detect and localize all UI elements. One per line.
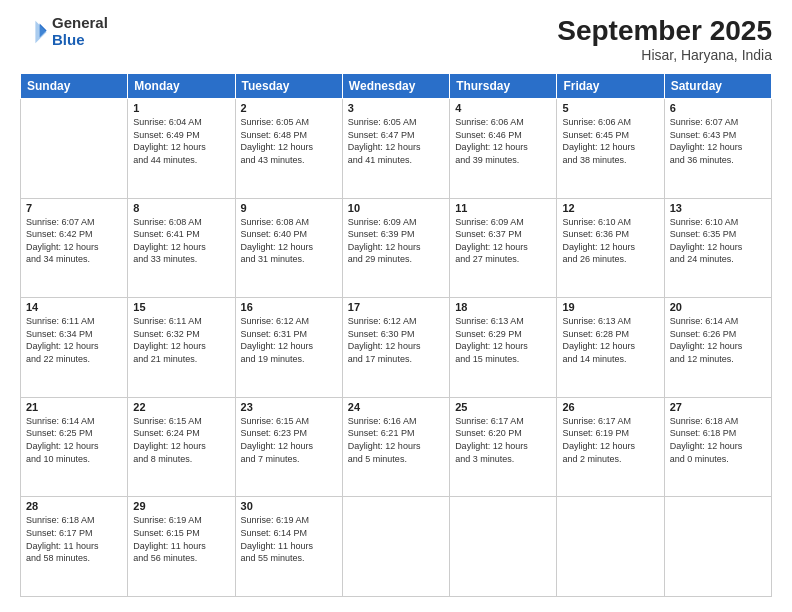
day-info: Sunrise: 6:13 AMSunset: 6:29 PMDaylight:… [455, 315, 551, 365]
calendar-cell [664, 497, 771, 597]
day-number: 3 [348, 102, 444, 114]
calendar-cell: 13Sunrise: 6:10 AMSunset: 6:35 PMDayligh… [664, 198, 771, 298]
logo-general: General [52, 15, 108, 32]
calendar-cell: 17Sunrise: 6:12 AMSunset: 6:30 PMDayligh… [342, 298, 449, 398]
day-header-saturday: Saturday [664, 74, 771, 99]
calendar-title: September 2025 [557, 15, 772, 47]
day-info: Sunrise: 6:18 AMSunset: 6:17 PMDaylight:… [26, 514, 122, 564]
calendar-cell: 18Sunrise: 6:13 AMSunset: 6:29 PMDayligh… [450, 298, 557, 398]
calendar-cell: 24Sunrise: 6:16 AMSunset: 6:21 PMDayligh… [342, 397, 449, 497]
day-header-wednesday: Wednesday [342, 74, 449, 99]
day-number: 26 [562, 401, 658, 413]
day-info: Sunrise: 6:05 AMSunset: 6:48 PMDaylight:… [241, 116, 337, 166]
day-number: 2 [241, 102, 337, 114]
day-number: 23 [241, 401, 337, 413]
day-number: 7 [26, 202, 122, 214]
day-number: 25 [455, 401, 551, 413]
day-info: Sunrise: 6:08 AMSunset: 6:41 PMDaylight:… [133, 216, 229, 266]
day-info: Sunrise: 6:10 AMSunset: 6:36 PMDaylight:… [562, 216, 658, 266]
calendar-page: General Blue September 2025 Hisar, Harya… [0, 0, 792, 612]
day-info: Sunrise: 6:15 AMSunset: 6:24 PMDaylight:… [133, 415, 229, 465]
calendar-cell: 12Sunrise: 6:10 AMSunset: 6:36 PMDayligh… [557, 198, 664, 298]
day-number: 18 [455, 301, 551, 313]
calendar-cell: 30Sunrise: 6:19 AMSunset: 6:14 PMDayligh… [235, 497, 342, 597]
day-number: 9 [241, 202, 337, 214]
logo-blue: Blue [52, 32, 108, 49]
day-header-friday: Friday [557, 74, 664, 99]
calendar-cell [21, 99, 128, 199]
logo-text: General Blue [52, 15, 108, 48]
calendar-cell: 5Sunrise: 6:06 AMSunset: 6:45 PMDaylight… [557, 99, 664, 199]
day-header-tuesday: Tuesday [235, 74, 342, 99]
calendar-cell: 10Sunrise: 6:09 AMSunset: 6:39 PMDayligh… [342, 198, 449, 298]
day-info: Sunrise: 6:06 AMSunset: 6:46 PMDaylight:… [455, 116, 551, 166]
week-row-5: 28Sunrise: 6:18 AMSunset: 6:17 PMDayligh… [21, 497, 772, 597]
day-info: Sunrise: 6:12 AMSunset: 6:30 PMDaylight:… [348, 315, 444, 365]
day-info: Sunrise: 6:12 AMSunset: 6:31 PMDaylight:… [241, 315, 337, 365]
calendar-cell: 20Sunrise: 6:14 AMSunset: 6:26 PMDayligh… [664, 298, 771, 398]
day-number: 15 [133, 301, 229, 313]
calendar-cell [342, 497, 449, 597]
calendar-header-row: SundayMondayTuesdayWednesdayThursdayFrid… [21, 74, 772, 99]
svg-marker-1 [35, 20, 46, 42]
calendar-cell [450, 497, 557, 597]
calendar-cell: 28Sunrise: 6:18 AMSunset: 6:17 PMDayligh… [21, 497, 128, 597]
day-number: 27 [670, 401, 766, 413]
day-info: Sunrise: 6:14 AMSunset: 6:25 PMDaylight:… [26, 415, 122, 465]
logo-icon [20, 18, 48, 46]
day-number: 17 [348, 301, 444, 313]
day-info: Sunrise: 6:18 AMSunset: 6:18 PMDaylight:… [670, 415, 766, 465]
day-info: Sunrise: 6:05 AMSunset: 6:47 PMDaylight:… [348, 116, 444, 166]
day-number: 5 [562, 102, 658, 114]
calendar-cell [557, 497, 664, 597]
day-info: Sunrise: 6:07 AMSunset: 6:43 PMDaylight:… [670, 116, 766, 166]
day-number: 12 [562, 202, 658, 214]
calendar-cell: 23Sunrise: 6:15 AMSunset: 6:23 PMDayligh… [235, 397, 342, 497]
calendar-cell: 11Sunrise: 6:09 AMSunset: 6:37 PMDayligh… [450, 198, 557, 298]
day-info: Sunrise: 6:17 AMSunset: 6:20 PMDaylight:… [455, 415, 551, 465]
day-info: Sunrise: 6:10 AMSunset: 6:35 PMDaylight:… [670, 216, 766, 266]
day-info: Sunrise: 6:11 AMSunset: 6:32 PMDaylight:… [133, 315, 229, 365]
day-number: 10 [348, 202, 444, 214]
calendar-cell: 8Sunrise: 6:08 AMSunset: 6:41 PMDaylight… [128, 198, 235, 298]
day-info: Sunrise: 6:15 AMSunset: 6:23 PMDaylight:… [241, 415, 337, 465]
day-number: 13 [670, 202, 766, 214]
day-number: 4 [455, 102, 551, 114]
day-number: 19 [562, 301, 658, 313]
header: General Blue September 2025 Hisar, Harya… [20, 15, 772, 63]
day-number: 11 [455, 202, 551, 214]
calendar-cell: 27Sunrise: 6:18 AMSunset: 6:18 PMDayligh… [664, 397, 771, 497]
calendar-cell: 7Sunrise: 6:07 AMSunset: 6:42 PMDaylight… [21, 198, 128, 298]
day-number: 14 [26, 301, 122, 313]
day-number: 22 [133, 401, 229, 413]
calendar-cell: 15Sunrise: 6:11 AMSunset: 6:32 PMDayligh… [128, 298, 235, 398]
day-number: 16 [241, 301, 337, 313]
day-number: 29 [133, 500, 229, 512]
calendar-cell: 1Sunrise: 6:04 AMSunset: 6:49 PMDaylight… [128, 99, 235, 199]
calendar-cell: 25Sunrise: 6:17 AMSunset: 6:20 PMDayligh… [450, 397, 557, 497]
day-info: Sunrise: 6:19 AMSunset: 6:14 PMDaylight:… [241, 514, 337, 564]
week-row-1: 1Sunrise: 6:04 AMSunset: 6:49 PMDaylight… [21, 99, 772, 199]
title-block: September 2025 Hisar, Haryana, India [557, 15, 772, 63]
day-number: 20 [670, 301, 766, 313]
calendar-subtitle: Hisar, Haryana, India [557, 47, 772, 63]
logo: General Blue [20, 15, 108, 48]
day-info: Sunrise: 6:09 AMSunset: 6:39 PMDaylight:… [348, 216, 444, 266]
calendar-table: SundayMondayTuesdayWednesdayThursdayFrid… [20, 73, 772, 597]
day-info: Sunrise: 6:17 AMSunset: 6:19 PMDaylight:… [562, 415, 658, 465]
calendar-cell: 19Sunrise: 6:13 AMSunset: 6:28 PMDayligh… [557, 298, 664, 398]
day-number: 28 [26, 500, 122, 512]
week-row-4: 21Sunrise: 6:14 AMSunset: 6:25 PMDayligh… [21, 397, 772, 497]
calendar-cell: 3Sunrise: 6:05 AMSunset: 6:47 PMDaylight… [342, 99, 449, 199]
day-info: Sunrise: 6:09 AMSunset: 6:37 PMDaylight:… [455, 216, 551, 266]
week-row-3: 14Sunrise: 6:11 AMSunset: 6:34 PMDayligh… [21, 298, 772, 398]
day-number: 24 [348, 401, 444, 413]
calendar-cell: 6Sunrise: 6:07 AMSunset: 6:43 PMDaylight… [664, 99, 771, 199]
calendar-cell: 4Sunrise: 6:06 AMSunset: 6:46 PMDaylight… [450, 99, 557, 199]
day-number: 8 [133, 202, 229, 214]
calendar-cell: 9Sunrise: 6:08 AMSunset: 6:40 PMDaylight… [235, 198, 342, 298]
day-info: Sunrise: 6:07 AMSunset: 6:42 PMDaylight:… [26, 216, 122, 266]
day-info: Sunrise: 6:16 AMSunset: 6:21 PMDaylight:… [348, 415, 444, 465]
day-number: 1 [133, 102, 229, 114]
day-info: Sunrise: 6:04 AMSunset: 6:49 PMDaylight:… [133, 116, 229, 166]
